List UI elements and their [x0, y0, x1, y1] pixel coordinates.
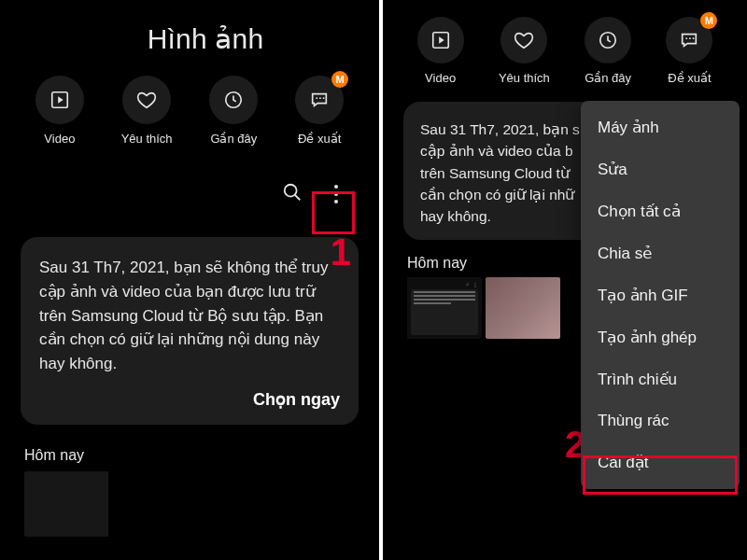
chat-icon: M: [666, 17, 712, 63]
thumbnail-row: [0, 464, 379, 537]
thumbnail-item[interactable]: [24, 471, 108, 537]
category-label: Đề xuất: [668, 71, 711, 85]
svg-point-6: [285, 185, 297, 197]
heart-icon: [500, 17, 547, 63]
annotation-step-number: 1: [331, 231, 351, 273]
category-label: Video: [425, 71, 456, 85]
more-vertical-icon: [334, 185, 338, 203]
heart-icon: [122, 76, 171, 124]
search-button[interactable]: [282, 182, 303, 206]
menu-item-share[interactable]: Chia sẻ: [581, 232, 740, 274]
menu-item-camera[interactable]: Máy ảnh: [581, 106, 740, 148]
category-video[interactable]: Video: [35, 76, 84, 146]
thumbnail-item[interactable]: [486, 277, 560, 339]
svg-point-12: [689, 37, 691, 39]
section-header-today: Hôm nay: [0, 425, 379, 464]
svg-point-4: [319, 97, 321, 99]
category-suggest[interactable]: M Đề xuất: [295, 76, 344, 146]
svg-line-7: [295, 195, 301, 201]
menu-item-edit[interactable]: Sửa: [581, 148, 740, 190]
category-favorite[interactable]: Yêu thích: [121, 76, 173, 146]
video-play-icon: [417, 17, 464, 63]
svg-marker-9: [439, 36, 444, 43]
category-label: Yêu thích: [499, 71, 550, 85]
svg-point-11: [686, 37, 688, 39]
new-badge: M: [700, 12, 717, 29]
new-badge: M: [331, 71, 348, 88]
menu-item-settings[interactable]: Cài đặt: [581, 441, 740, 483]
action-row: [0, 149, 379, 224]
more-options-menu: Máy ảnh Sửa Chọn tất cả Chia sẻ Tạo ảnh …: [581, 101, 740, 489]
notice-text: Sau 31 Th7, 2021, bạn sẽ không thể truy …: [39, 256, 340, 376]
more-options-button[interactable]: [317, 175, 355, 213]
category-icons-row: Video Yêu thích Gần đây M Đề xuất: [383, 0, 747, 89]
category-suggest[interactable]: M Đề xuất: [666, 17, 712, 85]
svg-marker-1: [58, 96, 63, 103]
category-label: Đề xuất: [298, 132, 341, 146]
chat-icon: M: [295, 76, 344, 124]
menu-item-create-gif[interactable]: Tạo ảnh GIF: [581, 274, 740, 316]
thumbnail-item[interactable]: ⌕⋮: [407, 277, 482, 339]
video-play-icon: [35, 76, 84, 124]
category-label: Gần đây: [210, 132, 257, 146]
cloud-notice-card: Sau 31 Th7, 2021, bạn sẽ không thể truy …: [21, 237, 359, 425]
svg-point-5: [323, 97, 325, 99]
menu-item-select-all[interactable]: Chọn tất cả: [581, 190, 740, 232]
page-title: Hình ảnh: [0, 0, 379, 66]
menu-item-slideshow[interactable]: Trình chiếu: [581, 358, 740, 400]
category-recent[interactable]: Gần đây: [209, 76, 258, 146]
screenshot-step-2: Video Yêu thích Gần đây M Đề xuất Sau 31…: [383, 0, 747, 560]
clock-icon: [585, 17, 631, 63]
clock-icon: [209, 76, 258, 124]
category-label: Video: [44, 132, 75, 146]
category-recent[interactable]: Gần đây: [585, 17, 631, 85]
category-label: Gần đây: [585, 71, 631, 85]
svg-point-13: [693, 37, 695, 39]
svg-point-3: [316, 97, 317, 99]
category-label: Yêu thích: [121, 132, 173, 146]
screenshot-step-1: Hình ảnh Video Yêu thích Gần đây M Đề: [0, 0, 383, 560]
category-favorite[interactable]: Yêu thích: [499, 17, 550, 85]
category-icons-row: Video Yêu thích Gần đây M Đề xuất: [0, 66, 379, 149]
notice-cta-button[interactable]: Chọn ngay: [39, 389, 340, 410]
menu-item-trash[interactable]: Thùng rác: [581, 400, 740, 441]
menu-item-create-collage[interactable]: Tạo ảnh ghép: [581, 316, 740, 358]
category-video[interactable]: Video: [417, 17, 464, 85]
